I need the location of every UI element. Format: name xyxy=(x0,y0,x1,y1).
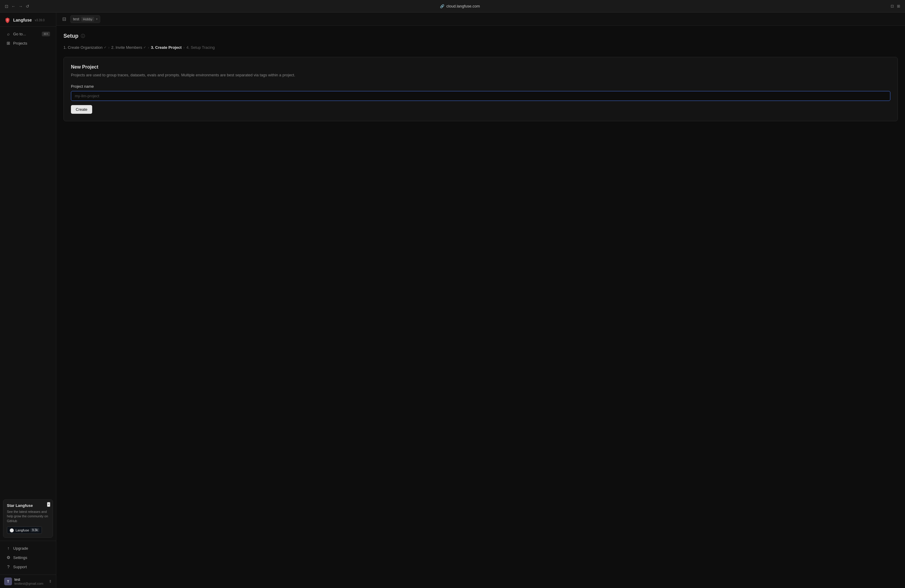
browser-nav: ⊡ ← → ↺ xyxy=(5,4,29,9)
star-card-description: See the latest releases and help grow th… xyxy=(7,510,49,523)
breadcrumb-create-org-label: 1. Create Organization xyxy=(64,45,103,50)
breadcrumb-setup-tracing: 4. Setup Tracing xyxy=(186,45,215,50)
topbar: ⊟ test Hobby ▾ xyxy=(56,13,905,26)
breadcrumb-create-project: 3. Create Project xyxy=(151,45,182,50)
org-name: test xyxy=(73,17,79,21)
breadcrumb-invite-members-label: 2. Invite Members xyxy=(111,45,142,50)
upgrade-icon: ↑ xyxy=(6,546,11,551)
github-badge-label: Langfuse xyxy=(16,528,29,532)
main-content: ⊟ test Hobby ▾ Setup ⓘ 1. Create Organiz… xyxy=(56,13,905,588)
breadcrumb-arrow-3: › xyxy=(183,46,185,50)
reload-button[interactable]: ↺ xyxy=(26,4,29,9)
page-title: Setup xyxy=(64,33,78,39)
breadcrumb-arrow-2: › xyxy=(148,46,149,50)
plan-badge: Hobby xyxy=(81,17,94,22)
browser-chrome: ⊡ ← → ↺ 🔗 cloud.langfuse.com ⊡ ⊞ xyxy=(0,0,905,13)
link-icon: 🔗 xyxy=(440,4,445,8)
sidebar-nav: ⌕ Go to... ⌘K ⊞ Projects xyxy=(0,27,56,496)
sidebar-item-upgrade[interactable]: ↑ Upgrade xyxy=(2,544,54,553)
support-label: Support xyxy=(13,565,27,569)
back-button[interactable]: ← xyxy=(11,4,16,9)
settings-label: Settings xyxy=(13,555,27,560)
sidebar-item-settings[interactable]: ⚙ Settings xyxy=(2,553,54,562)
settings-icon: ⚙ xyxy=(6,555,11,560)
page-header: Setup ⓘ xyxy=(64,33,898,39)
avatar: T xyxy=(4,577,12,585)
sidebar-toggle-button[interactable]: ⊟ xyxy=(61,15,67,23)
new-project-title: New Project xyxy=(71,64,890,70)
new-project-description: Projects are used to group traces, datas… xyxy=(71,72,890,78)
breadcrumb-invite-members: 2. Invite Members ✓ xyxy=(111,45,146,50)
project-name-label: Project name xyxy=(71,84,890,89)
breadcrumb-create-org: 1. Create Organization ✓ xyxy=(64,45,106,50)
user-name: test xyxy=(14,577,46,582)
star-card-title: Star Langfuse xyxy=(7,503,49,508)
breadcrumb-setup-tracing-label: 4. Setup Tracing xyxy=(186,45,215,50)
org-chevron-icon: ▾ xyxy=(96,17,98,21)
url-text: cloud.langfuse.com xyxy=(446,4,480,8)
star-card-close-button[interactable]: × xyxy=(47,502,50,507)
app: Langfuse v3.39.0 ⌕ Go to... ⌘K ⊞ Project… xyxy=(0,13,905,588)
user-info: test testtest@gmail.com xyxy=(14,577,46,585)
forward-button[interactable]: → xyxy=(19,4,23,9)
version-badge: v3.39.0 xyxy=(35,19,44,22)
sidebar-toggle-browser[interactable]: ⊡ xyxy=(5,4,8,9)
org-selector[interactable]: test Hobby ▾ xyxy=(70,15,100,23)
sidebar-item-projects-label: Projects xyxy=(13,41,27,46)
goto-kbd: ⌘K xyxy=(42,32,50,36)
support-icon: ? xyxy=(6,564,11,569)
star-langfuse-card: × Star Langfuse See the latest releases … xyxy=(3,499,53,538)
sidebar-header: Langfuse v3.39.0 xyxy=(0,13,56,27)
new-project-card: New Project Projects are used to group t… xyxy=(64,57,898,121)
address-bar[interactable]: 🔗 cloud.langfuse.com xyxy=(33,4,887,8)
create-button[interactable]: Create xyxy=(71,105,92,114)
upgrade-label: Upgrade xyxy=(13,546,28,551)
sidebar-item-goto[interactable]: ⌕ Go to... ⌘K xyxy=(2,29,54,38)
projects-icon: ⊞ xyxy=(6,41,11,46)
breadcrumb-create-org-check: ✓ xyxy=(104,46,106,49)
github-icon: ⬤ xyxy=(10,528,14,532)
split-view-icon[interactable]: ⊡ xyxy=(891,4,894,8)
github-badge-button[interactable]: ⬤ Langfuse 9.3k xyxy=(7,526,42,534)
user-email: testtest@gmail.com xyxy=(14,582,46,585)
app-name: Langfuse xyxy=(13,17,32,22)
page-content: Setup ⓘ 1. Create Organization ✓ › 2. In… xyxy=(56,26,905,588)
sidebar: Langfuse v3.39.0 ⌕ Go to... ⌘K ⊞ Project… xyxy=(0,13,56,588)
breadcrumb: 1. Create Organization ✓ › 2. Invite Mem… xyxy=(64,45,898,50)
user-section[interactable]: T test testtest@gmail.com ⇕ xyxy=(0,575,56,588)
goto-icon: ⌕ xyxy=(6,32,11,36)
sidebar-bottom: ↑ Upgrade ⚙ Settings ? Support xyxy=(0,541,56,574)
breadcrumb-arrow-1: › xyxy=(108,46,110,50)
sidebar-item-projects[interactable]: ⊞ Projects xyxy=(2,39,54,48)
browser-actions: ⊡ ⊞ xyxy=(891,4,900,8)
breadcrumb-create-project-label: 3. Create Project xyxy=(151,45,182,50)
sidebar-item-goto-label: Go to... xyxy=(13,32,26,36)
logo-icon xyxy=(4,17,11,23)
breadcrumb-invite-check: ✓ xyxy=(143,46,146,49)
grid-view-icon[interactable]: ⊞ xyxy=(897,4,900,8)
user-chevron-icon: ⇕ xyxy=(49,579,52,583)
sidebar-item-support[interactable]: ? Support xyxy=(2,562,54,571)
project-name-input[interactable] xyxy=(71,91,890,101)
info-icon[interactable]: ⓘ xyxy=(81,33,85,39)
star-count: 9.3k xyxy=(30,528,39,532)
